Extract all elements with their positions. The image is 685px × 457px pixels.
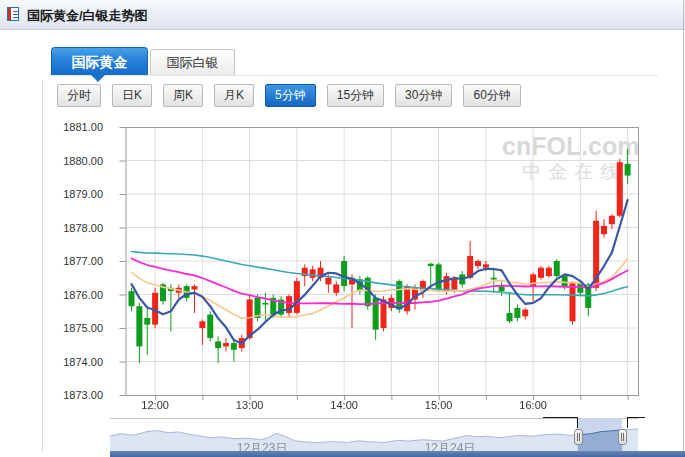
active-tab-pointer-icon (91, 75, 105, 82)
x-axis-label: 15:00 (417, 399, 461, 411)
document-icon (7, 7, 19, 21)
tab-gold[interactable]: 国际黄金 (51, 47, 148, 75)
period-button-3[interactable]: 月K (214, 84, 254, 107)
navigator-handle-left[interactable] (574, 429, 583, 445)
x-axis-label: 13:00 (228, 399, 272, 411)
period-button-2[interactable]: 周K (163, 84, 203, 107)
y-axis-label: 1876.00 (40, 289, 103, 301)
y-axis-label: 1879.00 (40, 188, 103, 200)
period-button-0[interactable]: 分时 (57, 84, 101, 107)
x-axis-label: 16:00 (511, 399, 555, 411)
bottom-blue-bar (110, 451, 685, 457)
x-axis-label: 14:00 (322, 399, 366, 411)
page-title: 国际黄金/白银走势图 (27, 7, 148, 25)
period-button-7[interactable]: 60分钟 (463, 84, 520, 107)
window-right-border (683, 0, 684, 457)
x-axis-label: 12:00 (133, 399, 177, 411)
navigator-frame-right (627, 417, 645, 418)
tab-strip-divider (51, 75, 658, 76)
y-axis-label: 1881.00 (40, 121, 103, 133)
tab-silver[interactable]: 国际白银 (150, 49, 235, 75)
y-axis-label: 1877.00 (40, 255, 103, 267)
period-button-6[interactable]: 30分钟 (395, 84, 452, 107)
price-chart-canvas[interactable] (115, 125, 645, 410)
y-axis-label: 1875.00 (40, 322, 103, 334)
y-axis-label: 1878.00 (40, 222, 103, 234)
tab-bar: 国际黄金国际白银 (51, 47, 235, 75)
period-button-5[interactable]: 15分钟 (327, 84, 384, 107)
y-axis-label: 1880.00 (40, 155, 103, 167)
navigator-frame-left (543, 417, 578, 418)
navigator-frame-right-v (627, 417, 628, 428)
navigator-frame-left-v (577, 417, 578, 428)
period-button-bar: 分时日K周K月K5分钟15分钟30分钟60分钟 (57, 84, 521, 107)
window-header: 国际黄金/白银走势图 (0, 0, 685, 30)
period-button-1[interactable]: 日K (112, 84, 152, 107)
navigator-canvas[interactable] (110, 418, 638, 451)
period-button-4[interactable]: 5分钟 (265, 84, 316, 107)
y-axis-label: 1874.00 (40, 356, 103, 368)
y-axis-label: 1873.00 (40, 389, 103, 401)
navigator-handle-right[interactable] (618, 429, 627, 445)
